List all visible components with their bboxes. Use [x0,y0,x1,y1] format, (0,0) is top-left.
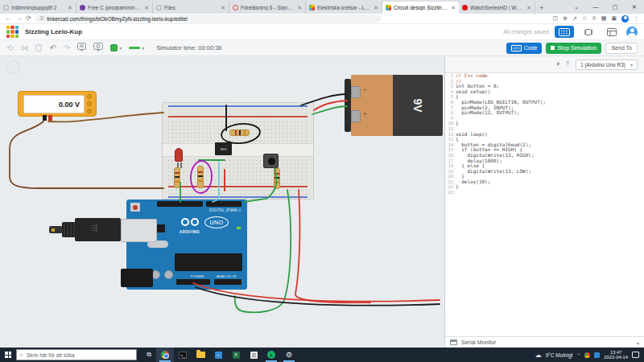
new-tab-button[interactable]: + [535,2,548,14]
forward-icon[interactable]: → [15,15,22,22]
code-button[interactable]: </>Code [506,43,542,54]
battery-connector[interactable] [345,79,351,132]
tab-close-icon[interactable]: ✕ [297,5,302,11]
tab-close-icon[interactable]: ✕ [144,5,149,11]
analog-pin-header[interactable] [214,279,242,285]
ic-chip[interactable]: SEN [215,142,232,155]
undo-icon[interactable]: ↶ [49,44,56,52]
tray-app-icon[interactable] [594,352,600,358]
reset-button[interactable] [130,203,140,212]
usb-plug[interactable] [75,218,121,241]
taskbar-excel-icon[interactable]: X [227,348,245,362]
multimeter-black-probe[interactable] [43,115,47,121]
translate-icon[interactable]: ⊕ [563,15,568,22]
tab-search-chevron-icon[interactable]: ⌄ [567,0,586,14]
mirror-icon[interactable]: ⋈ [20,44,28,52]
export-icon[interactable]: ⤒ [566,60,569,68]
maximize-button[interactable]: ▢ [605,0,625,14]
tab-close-icon[interactable]: ✕ [221,5,225,11]
tab-0[interactable]: Inlämningsuppgift 2✕ [0,2,76,14]
user-avatar[interactable] [626,27,638,38]
tab-2[interactable]: Files✕ [153,2,229,14]
wire-green-battery[interactable] [312,106,347,114]
tinkercad-logo[interactable] [6,26,19,38]
wire-brown-loop[interactable] [10,121,163,188]
component-visibility-icon[interactable] [93,43,103,53]
wire-red-long[interactable] [295,190,370,302]
battery-9v[interactable]: − + 9V [351,75,443,136]
taskbar-terminal-icon[interactable]: >_ [174,348,192,362]
board-selector-dropdown[interactable]: 1 (Arduino Uno R3) ▾ [576,60,638,70]
close-button[interactable]: ✕ [625,0,644,14]
digital-pin-header[interactable] [206,201,242,207]
share-icon[interactable]: ↗ [572,15,577,22]
breadboard[interactable] [162,102,314,200]
expand-caret-icon[interactable]: ▴ [637,339,639,345]
stop-simulation-button[interactable]: Stop Simulation [546,43,601,54]
multimeter-red-probe[interactable] [48,115,52,121]
tab-close-icon[interactable]: ✕ [451,5,456,11]
extensions-pin-icon[interactable]: ⟐ [592,15,597,22]
taskbar-settings-icon[interactable]: ⚙ [280,348,298,362]
multimeter[interactable]: 0.00 V [18,91,97,117]
pushbutton[interactable] [263,154,279,168]
breadboard-view-button[interactable] [555,26,574,38]
tab-active-circuit-design[interactable]: Circuit design Sizzling Leelo-K✕ [382,2,459,14]
taskbar-store-icon[interactable]: ⌂ [209,348,227,362]
debugger-icon[interactable]: ⏵ [556,60,559,68]
circuit-canvas[interactable]: 0.00 V [0,56,444,348]
taskbar-chrome-icon[interactable] [156,348,174,362]
multimeter-mode-button[interactable] [87,101,92,106]
tab-4[interactable]: Elektriska kretsar - Led lampa (✕ [306,2,382,14]
led-red[interactable] [175,148,183,162]
resistor-annotated-black[interactable] [229,130,250,136]
menu-dots-icon[interactable]: ⋮ [634,15,639,22]
tab-6[interactable]: WatchSeriesHD | Watch Suits (✕ [459,2,535,14]
task-view-button[interactable]: ⧉ [142,351,156,359]
tab-3[interactable]: Föreläsning 6 - Signalanpassni✕ [229,2,306,14]
start-button[interactable] [0,348,16,362]
project-title[interactable]: Sizzling Leelo-Kup [25,28,82,35]
resistor[interactable] [274,168,280,189]
resistor[interactable] [174,167,180,188]
code-editor[interactable]: 1// C++ code 2// 3int button = 0; 4void … [445,73,644,336]
url-box[interactable]: ⚿ tinkercad.com/things/biObOBmyZyN-sizzl… [35,14,382,23]
tray-expand-icon[interactable]: ⌃ [576,352,580,358]
tab-close-icon[interactable]: ✕ [68,5,72,11]
schematic-view-button[interactable] [580,26,597,38]
arduino-uno[interactable]: DIGITAL (PWM~) UNO ARDUINO POWER ANALOG … [126,200,247,290]
reload-icon[interactable]: ⟳ [26,15,31,22]
redo-icon[interactable]: ↷ [64,44,70,52]
extension-icon[interactable]: ▦ [601,15,607,22]
power-pin-header[interactable] [176,279,210,285]
taskbar-search-box[interactable]: ⌕ Skriv här för att söka [16,349,137,360]
digital-pin-header[interactable] [157,201,203,207]
send-to-button[interactable]: Send To [605,43,638,54]
minimize-button[interactable]: — [586,0,605,14]
browser-profile-avatar[interactable] [621,15,629,23]
wire-type-picker[interactable]: ▾ [129,45,144,51]
resistor-annotated-purple[interactable] [197,166,204,188]
bookmark-star-icon[interactable]: ☆ [582,15,587,22]
taskbar-document-icon[interactable] [245,348,262,362]
color-picker[interactable]: ▾ [110,44,122,51]
wire-black-power[interactable] [196,287,440,306]
weather-cloud-icon[interactable]: ☁ [535,352,542,359]
tab-1[interactable]: Free C (programming language✕ [76,2,153,14]
weather-text[interactable]: 9°C Molnigt [546,352,573,358]
serial-monitor-bar[interactable]: Serial Monitor ▴ [445,336,644,348]
wire-red-battery[interactable] [314,101,347,110]
back-icon[interactable]: ← [5,15,11,22]
delete-icon[interactable] [35,43,42,53]
multimeter-mode-button[interactable] [87,109,92,113]
sidepanel-icon[interactable]: ▣ [611,15,617,22]
taskbar-webex-icon[interactable]: ◉ [262,348,280,362]
components-list-button[interactable] [603,26,621,38]
devices-icon[interactable]: ◫ [553,15,559,22]
taskbar-clock[interactable]: 13:47 2022-04-14 [604,350,628,360]
multimeter-mode-button[interactable] [87,94,92,99]
notification-center-icon[interactable] [632,352,639,358]
tab-close-icon[interactable]: ✕ [374,5,378,11]
tab-close-icon[interactable]: ✕ [526,5,531,11]
tray-chrome-icon[interactable] [584,352,590,358]
